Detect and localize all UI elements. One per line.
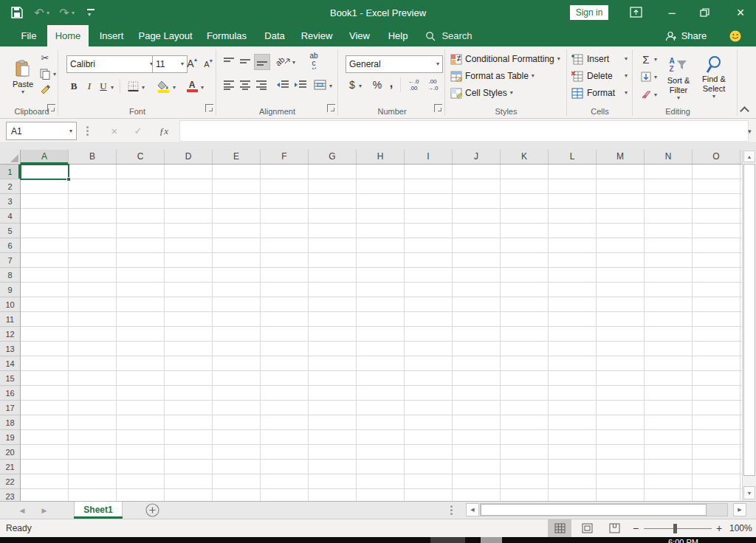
row-header[interactable]: 13 xyxy=(0,342,20,356)
hscroll-left-button[interactable]: ◀ xyxy=(466,503,479,516)
column-header[interactable]: I xyxy=(405,150,453,164)
accounting-format-button[interactable]: $ xyxy=(347,77,357,92)
feedback-smiley-icon[interactable] xyxy=(729,30,741,42)
column-header[interactable]: L xyxy=(549,150,597,164)
clear-button[interactable] xyxy=(639,88,653,101)
column-header[interactable]: B xyxy=(69,150,117,164)
orientation-button[interactable]: ab xyxy=(275,54,291,69)
increase-indent-button[interactable] xyxy=(292,77,309,92)
cancel-button[interactable]: × xyxy=(105,122,124,140)
sort-filter-button[interactable]: A Z Sort & Filter ▾ xyxy=(662,51,695,104)
row-header[interactable]: 8 xyxy=(0,268,20,283)
scroll-up-button[interactable]: ▲ xyxy=(743,151,755,162)
undo-button[interactable]: ↶ xyxy=(32,4,46,21)
copy-button[interactable] xyxy=(38,67,52,80)
restore-button[interactable] xyxy=(700,8,709,17)
clipboard-dialog-launcher[interactable] xyxy=(47,104,55,112)
font-color-dropdown-icon[interactable]: ▾ xyxy=(201,85,204,91)
tab-view[interactable]: View xyxy=(344,25,375,46)
search-icon[interactable] xyxy=(425,31,436,41)
orientation-dropdown-icon[interactable]: ▾ xyxy=(292,60,295,66)
paste-button[interactable]: Paste ▾ xyxy=(10,51,35,104)
formula-bar-grip-icon[interactable] xyxy=(86,126,89,128)
prev-sheet-button[interactable]: ◀ xyxy=(16,505,28,516)
row-header[interactable]: 2 xyxy=(0,179,20,194)
cut-button[interactable]: ✂ xyxy=(38,51,52,64)
tab-formulas[interactable]: Formulas xyxy=(202,25,251,46)
qat-customize-chevron-icon[interactable]: ▾ xyxy=(88,12,91,18)
ribbon-display-options-icon[interactable] xyxy=(630,7,642,18)
tab-home[interactable]: Home xyxy=(47,25,89,46)
find-select-button[interactable]: Find & Select ▾ xyxy=(697,51,731,104)
row-header[interactable]: 21 xyxy=(0,460,20,474)
taskbar-item[interactable] xyxy=(481,537,502,543)
fill-dropdown-icon[interactable]: ▾ xyxy=(654,75,657,80)
row-header[interactable]: 4 xyxy=(0,209,20,224)
row-header[interactable]: 16 xyxy=(0,386,20,401)
normal-view-button[interactable] xyxy=(548,519,571,537)
tab-help[interactable]: Help xyxy=(382,25,413,46)
name-box[interactable]: A1 ▾ xyxy=(6,122,77,140)
page-break-view-button[interactable] xyxy=(602,519,626,537)
align-middle-button[interactable] xyxy=(238,54,252,69)
comma-style-button[interactable]: , xyxy=(387,76,396,91)
align-left-button[interactable] xyxy=(221,77,236,92)
undo-dropdown-icon[interactable]: ▾ xyxy=(47,10,49,16)
tab-data[interactable]: Data xyxy=(258,25,291,46)
row-header[interactable]: 18 xyxy=(0,415,20,430)
borders-dropdown-icon[interactable]: ▾ xyxy=(142,85,145,91)
row-header[interactable]: 10 xyxy=(0,297,20,312)
share-label[interactable]: Share xyxy=(678,25,710,46)
row-header[interactable]: 20 xyxy=(0,445,20,460)
row-header[interactable]: 17 xyxy=(0,401,20,415)
column-header[interactable]: M xyxy=(597,150,645,164)
redo-dropdown-icon[interactable]: ▾ xyxy=(72,10,75,16)
column-header[interactable]: O xyxy=(693,150,740,164)
formula-input[interactable] xyxy=(179,120,749,142)
row-header[interactable]: 1 xyxy=(0,165,20,179)
sign-in-button[interactable]: Sign in xyxy=(570,5,608,20)
column-header[interactable]: H xyxy=(357,150,405,164)
insert-function-button[interactable]: ƒx xyxy=(154,122,174,140)
format-as-table-button[interactable]: Format as Table ▾ xyxy=(450,69,561,83)
row-header[interactable]: 11 xyxy=(0,312,20,327)
vertical-scroll-thumb[interactable] xyxy=(743,164,755,476)
format-cells-button[interactable]: Format ▾ xyxy=(571,86,628,100)
format-painter-button[interactable] xyxy=(38,83,52,97)
align-bottom-button[interactable] xyxy=(254,54,270,70)
wrap-text-button[interactable]: ab c xyxy=(306,52,322,70)
fill-handle[interactable] xyxy=(66,177,71,181)
merge-center-dropdown-icon[interactable]: ▾ xyxy=(329,83,332,89)
active-cell-selection[interactable] xyxy=(20,164,69,180)
row-header[interactable]: 9 xyxy=(0,283,20,297)
row-header[interactable]: 22 xyxy=(0,474,20,489)
align-center-button[interactable] xyxy=(238,77,252,92)
zoom-in-button[interactable]: + xyxy=(713,521,725,536)
align-top-button[interactable] xyxy=(221,54,236,69)
qat-customize-icon[interactable] xyxy=(87,9,94,10)
enter-button[interactable]: ✓ xyxy=(128,122,148,140)
underline-button[interactable]: U xyxy=(97,79,109,94)
collapse-ribbon-icon[interactable] xyxy=(740,106,749,116)
new-sheet-button[interactable] xyxy=(145,503,159,517)
alignment-dialog-launcher[interactable] xyxy=(327,104,335,112)
column-header[interactable]: G xyxy=(309,150,357,164)
horizontal-scroll-thumb[interactable] xyxy=(481,504,707,516)
borders-button[interactable] xyxy=(126,79,140,94)
column-header[interactable]: E xyxy=(213,150,261,164)
zoom-level[interactable]: 100% xyxy=(729,523,752,533)
font-dialog-launcher[interactable] xyxy=(205,104,213,112)
row-header[interactable]: 7 xyxy=(0,253,20,268)
sheet-tab-active[interactable]: Sheet1 xyxy=(74,502,123,517)
cell-grid[interactable] xyxy=(21,165,742,501)
row-header[interactable]: 6 xyxy=(0,238,20,253)
expand-formula-bar-icon[interactable]: ▾ xyxy=(748,128,752,135)
save-icon[interactable] xyxy=(10,6,24,19)
cell-styles-button[interactable]: Cell Styles ▾ xyxy=(450,86,539,100)
column-header[interactable]: N xyxy=(645,150,693,164)
decrease-indent-button[interactable] xyxy=(275,77,291,92)
redo-button[interactable]: ↷ xyxy=(58,4,71,21)
number-format-combo[interactable]: General ▾ xyxy=(346,55,443,73)
row-header[interactable]: 3 xyxy=(0,194,20,209)
column-header[interactable]: A xyxy=(21,150,69,164)
